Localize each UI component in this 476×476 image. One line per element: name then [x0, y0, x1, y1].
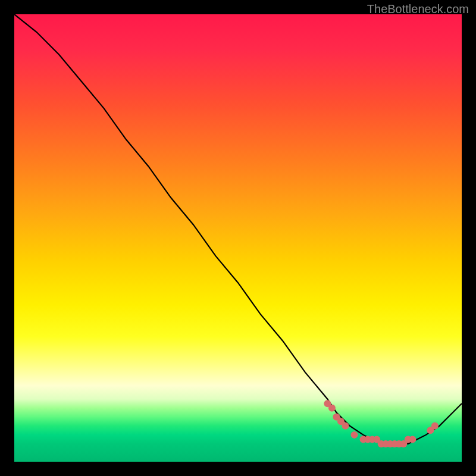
data-marker	[409, 436, 416, 443]
bottleneck-curve	[14, 14, 462, 444]
data-marker	[342, 422, 349, 430]
data-marker	[328, 405, 336, 412]
chart-svg	[14, 14, 462, 462]
data-marker	[351, 431, 358, 439]
marker-group	[324, 400, 438, 447]
watermark-text: TheBottleneck.com	[367, 2, 469, 16]
chart-plot-area	[14, 14, 462, 462]
data-marker	[431, 422, 439, 430]
